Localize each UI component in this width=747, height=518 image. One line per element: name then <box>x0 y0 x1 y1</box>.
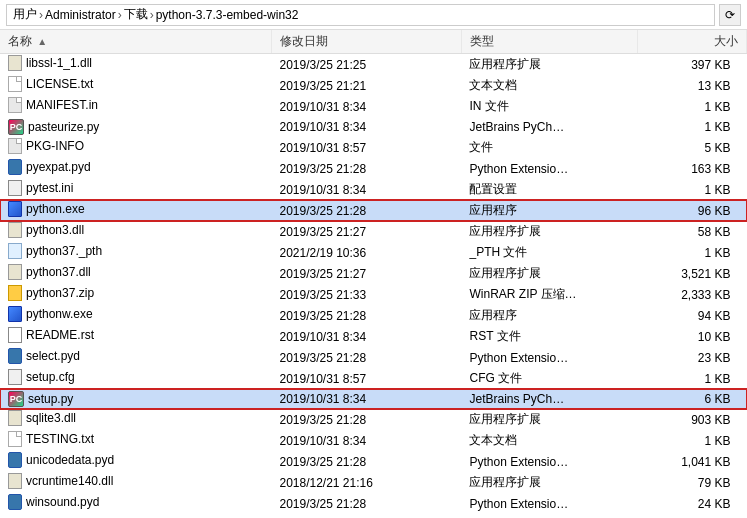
file-icon-wrapper: sqlite3.dll <box>8 410 76 426</box>
file-name-text: pyexpat.pyd <box>26 160 91 174</box>
breadcrumb-part-0[interactable]: 用户 <box>13 6 37 23</box>
table-row[interactable]: sqlite3.dll 2019/3/25 21:28 应用程序扩展 903 K… <box>0 409 747 430</box>
file-icon-wrapper: README.rst <box>8 327 94 343</box>
file-name: sqlite3.dll <box>0 409 271 430</box>
file-name-text: pasteurize.py <box>28 120 99 134</box>
file-date: 2019/3/25 21:27 <box>271 263 461 284</box>
file-name-text: python37.dll <box>26 265 91 279</box>
file-size: 1 KB <box>638 179 747 200</box>
breadcrumb[interactable]: 用户 › Administrator › 下载 › python-3.7.3-e… <box>6 4 715 26</box>
table-row[interactable]: PKG-INFO 2019/10/31 8:57 文件 5 KB <box>0 137 747 158</box>
dll-icon <box>8 222 22 238</box>
table-header[interactable]: 名称 ▲ 修改日期 类型 大小 <box>0 30 747 54</box>
file-rows: libssl-1_1.dll 2019/3/25 21:25 应用程序扩展 39… <box>0 54 747 515</box>
table-row[interactable]: winsound.pyd 2019/3/25 21:28 Python Exte… <box>0 493 747 514</box>
breadcrumb-part-3[interactable]: python-3.7.3-embed-win32 <box>156 8 299 22</box>
file-size: 2,333 KB <box>638 284 747 305</box>
py-icon <box>8 494 22 510</box>
file-date: 2018/12/21 21:16 <box>271 472 461 493</box>
file-name: TESTING.txt <box>0 430 271 451</box>
cfg-icon <box>8 369 22 385</box>
file-size: 96 KB <box>638 200 747 221</box>
file-name: pytest.ini <box>0 179 271 200</box>
breadcrumb-part-1[interactable]: Administrator <box>45 8 116 22</box>
file-date: 2019/10/31 8:57 <box>271 368 461 389</box>
table-row[interactable]: TESTING.txt 2019/10/31 8:34 文本文档 1 KB <box>0 430 747 451</box>
table-row[interactable]: PC setup.py 2019/10/31 8:34 JetBrains Py… <box>0 389 747 409</box>
file-date: 2021/2/19 10:36 <box>271 242 461 263</box>
py-icon <box>8 159 22 175</box>
table-row[interactable]: python37.dll 2019/3/25 21:27 应用程序扩展 3,52… <box>0 263 747 284</box>
table-row[interactable]: pyexpat.pyd 2019/3/25 21:28 Python Exten… <box>0 158 747 179</box>
file-name-text: python37._pth <box>26 244 102 258</box>
file-icon <box>8 97 22 113</box>
table-row[interactable]: select.pyd 2019/3/25 21:28 Python Extens… <box>0 347 747 368</box>
table-row[interactable]: pytest.ini 2019/10/31 8:34 配置设置 1 KB <box>0 179 747 200</box>
breadcrumb-sep-0: › <box>39 8 43 22</box>
file-date: 2019/3/25 21:27 <box>271 221 461 242</box>
table-row[interactable]: unicodedata.pyd 2019/3/25 21:28 Python E… <box>0 451 747 472</box>
table-row[interactable]: python37._pth 2021/2/19 10:36 _PTH 文件 1 … <box>0 242 747 263</box>
file-name: pythonw.exe <box>0 305 271 326</box>
table-row[interactable]: PC pasteurize.py 2019/10/31 8:34 JetBrai… <box>0 117 747 137</box>
breadcrumb-part-2[interactable]: 下载 <box>124 6 148 23</box>
file-date: 2019/3/25 21:21 <box>271 75 461 96</box>
table-row[interactable]: python3.dll 2019/3/25 21:27 应用程序扩展 58 KB <box>0 221 747 242</box>
table-row[interactable]: libssl-1_1.dll 2019/3/25 21:25 应用程序扩展 39… <box>0 54 747 76</box>
table-row[interactable]: python37.zip 2019/3/25 21:33 WinRAR ZIP … <box>0 284 747 305</box>
pycharm-icon: PC <box>8 119 24 135</box>
exe-icon <box>8 306 22 322</box>
file-size: 23 KB <box>638 347 747 368</box>
file-name-text: winsound.pyd <box>26 495 99 509</box>
file-name: python37.dll <box>0 263 271 284</box>
col-header-date[interactable]: 修改日期 <box>271 30 461 54</box>
file-type: WinRAR ZIP 压缩… <box>461 284 637 305</box>
file-name: pyexpat.pyd <box>0 158 271 179</box>
file-date: 2019/3/25 21:33 <box>271 284 461 305</box>
file-type: 应用程序扩展 <box>461 221 637 242</box>
table-row[interactable]: pythonw.exe 2019/3/25 21:28 应用程序 94 KB <box>0 305 747 326</box>
file-table: 名称 ▲ 修改日期 类型 大小 libssl-1_1.dll <box>0 30 747 514</box>
py-icon <box>8 348 22 364</box>
file-type: RST 文件 <box>461 326 637 347</box>
table-row[interactable]: setup.cfg 2019/10/31 8:57 CFG 文件 1 KB <box>0 368 747 389</box>
file-size: 1,041 KB <box>638 451 747 472</box>
file-name: python.exe <box>0 200 271 221</box>
sort-icon: ▲ <box>37 36 47 47</box>
file-date: 2019/3/25 21:28 <box>271 409 461 430</box>
file-date: 2019/3/25 21:28 <box>271 493 461 514</box>
file-name: unicodedata.pyd <box>0 451 271 472</box>
table-row[interactable]: vcruntime140.dll 2018/12/21 21:16 应用程序扩展… <box>0 472 747 493</box>
file-icon-wrapper: pythonw.exe <box>8 306 93 322</box>
file-size: 94 KB <box>638 305 747 326</box>
file-type: 文件 <box>461 137 637 158</box>
file-name: python3.dll <box>0 221 271 242</box>
table-row[interactable]: python.exe 2019/3/25 21:28 应用程序 96 KB <box>0 200 747 221</box>
file-size: 13 KB <box>638 75 747 96</box>
file-date: 2019/10/31 8:34 <box>271 326 461 347</box>
col-header-size[interactable]: 大小 <box>638 30 747 54</box>
file-icon-wrapper: MANIFEST.in <box>8 97 98 113</box>
dll-icon <box>8 410 22 426</box>
file-name: PKG-INFO <box>0 137 271 158</box>
file-list-container: 名称 ▲ 修改日期 类型 大小 libssl-1_1.dll <box>0 30 747 518</box>
file-icon-wrapper: LICENSE.txt <box>8 76 93 92</box>
col-header-type[interactable]: 类型 <box>461 30 637 54</box>
file-name-text: PKG-INFO <box>26 139 84 153</box>
file-name-text: MANIFEST.in <box>26 98 98 112</box>
table-row[interactable]: README.rst 2019/10/31 8:34 RST 文件 10 KB <box>0 326 747 347</box>
txt-icon <box>8 76 22 92</box>
file-type: 应用程序扩展 <box>461 472 637 493</box>
file-icon-wrapper: python37._pth <box>8 243 102 259</box>
file-type: Python Extensio… <box>461 347 637 368</box>
file-size: 1 KB <box>638 96 747 117</box>
file-type: _PTH 文件 <box>461 242 637 263</box>
file-date: 2019/10/31 8:34 <box>271 117 461 137</box>
col-header-name[interactable]: 名称 ▲ <box>0 30 271 54</box>
file-icon-wrapper: select.pyd <box>8 348 80 364</box>
pycharm-icon: PC <box>8 391 24 407</box>
refresh-button[interactable]: ⟳ <box>719 4 741 26</box>
file-name-text: python.exe <box>26 202 85 216</box>
table-row[interactable]: MANIFEST.in 2019/10/31 8:34 IN 文件 1 KB <box>0 96 747 117</box>
table-row[interactable]: LICENSE.txt 2019/3/25 21:21 文本文档 13 KB <box>0 75 747 96</box>
